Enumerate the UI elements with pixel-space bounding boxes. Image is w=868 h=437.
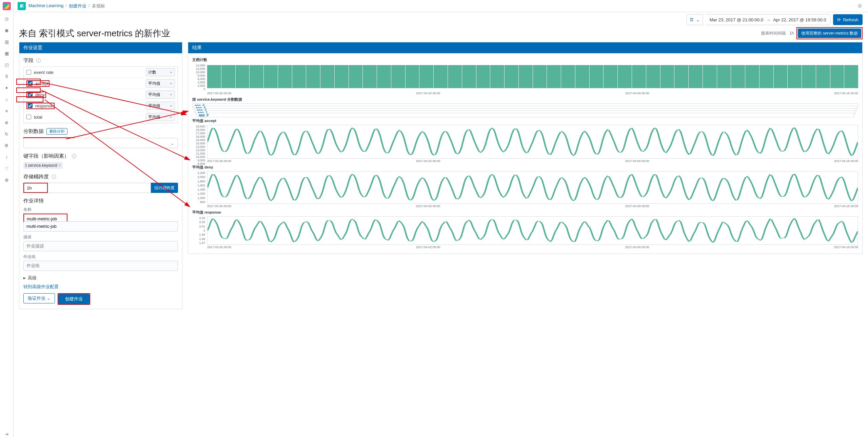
remove-chip-icon[interactable]: × (58, 163, 61, 168)
split-cards: app_4app_3app_2app_1app_0 (192, 103, 858, 117)
mini-chart (207, 125, 858, 159)
bucket-label: 存储桶跨度i (23, 174, 178, 180)
bucket-span-input[interactable] (24, 183, 47, 192)
field-name: response (35, 103, 53, 108)
calendar-icon: 🗓 (690, 17, 694, 22)
field-row[interactable]: accept平均值 (24, 78, 178, 89)
advanced-link[interactable]: 转到高级作业配置 (23, 284, 59, 290)
refresh-icon: ⟳ (837, 17, 841, 22)
arrow-icon: → (766, 17, 770, 22)
nav-ml-icon[interactable]: ✦ (4, 85, 10, 91)
panel-title-left: 作业设置 (19, 42, 182, 53)
field-row[interactable]: event rate计数 (24, 67, 178, 78)
nav-monitor-icon[interactable]: ♡ (4, 165, 10, 172)
field-name: deny (35, 92, 45, 97)
field-checkbox[interactable] (28, 81, 33, 86)
page-meta: 图表时间间隔: 1h 使用完整的 server-metrics 数据 (761, 27, 863, 39)
mini-chart-title: 平均值 response (192, 210, 858, 215)
date-range[interactable]: Mar 23, 2017 @ 21:00:00.0 → Apr 22, 2017… (706, 14, 831, 25)
agg-select[interactable]: 平均值 (146, 79, 175, 87)
breadcrumb-current: 多指标 (92, 3, 105, 9)
chevron-right-icon: ▸ (23, 275, 26, 280)
panel-title-right: 结果 (188, 42, 862, 53)
field-name: total (34, 115, 143, 120)
nav-maps-icon[interactable]: ⚲ (4, 73, 10, 79)
influencer-chip[interactable]: t service.keyword × (23, 162, 63, 169)
top-bar: 默 Machine Learning / 创建作业 / 多指标 ◎ (14, 0, 868, 12)
split-label: 分割数据 删除分割 (23, 128, 178, 135)
job-name-input-full[interactable] (23, 221, 178, 232)
app-badge: 默 (18, 2, 26, 10)
group-label: 作业组 (23, 254, 178, 260)
field-list[interactable]: event rate计数accept平均值deny平均值response平均值t… (23, 66, 178, 123)
nav-discover-icon[interactable]: ◉ (4, 27, 10, 33)
doc-count-chart: 14,00012,00010,0008,0006,0004,0002,0000 (192, 64, 858, 91)
advanced-accordion[interactable]: ▸高级 (23, 275, 178, 281)
job-settings-panel: 作业设置 字段i event rate计数accept平均值deny平均值res… (19, 42, 182, 309)
page-title: 来自 索引模式 server-metrics 的新作业 (19, 27, 170, 39)
info-icon[interactable]: i (52, 175, 56, 179)
use-full-data-button[interactable]: 使用完整的 server-metrics 数据 (798, 28, 861, 38)
agg-select[interactable]: 计数 (146, 68, 175, 76)
field-row[interactable]: total平均值 (24, 112, 178, 123)
split-by-label: 按 service.keyword 分割数据 (192, 97, 858, 102)
date-line: 🗓 ⌄ Mar 23, 2017 @ 21:00:00.0 → Apr 22, … (14, 12, 868, 27)
fields-label: 字段i (23, 57, 178, 64)
details-label: 作业详情 (23, 198, 178, 204)
remove-split-button[interactable]: 删除分割 (46, 128, 67, 135)
quick-select[interactable]: 🗓 ⌄ (687, 14, 703, 25)
bucket-span-input-rest[interactable] (48, 183, 151, 193)
help-icon[interactable]: ◎ (858, 3, 864, 9)
field-checkbox[interactable] (26, 115, 31, 119)
validate-button[interactable]: 验证作业⌄ (23, 293, 55, 303)
influencer-label: 键字段（影响因素）i (23, 153, 178, 159)
nav-mgmt-icon[interactable]: ⚙ (4, 177, 10, 183)
field-name: event rate (34, 70, 143, 75)
nav-logs-icon[interactable]: ≡ (4, 108, 10, 114)
field-name: accept (35, 81, 48, 86)
breadcrumb: Machine Learning / 创建作业 / 多指标 (28, 3, 105, 9)
field-row[interactable]: host.keyword不同计数 (24, 123, 178, 123)
agg-select[interactable]: 平均值 (146, 113, 175, 121)
date-to: Apr 22, 2017 @ 19:59:00.0 (773, 17, 826, 22)
nav-collapse-icon[interactable]: ⇥ (4, 431, 10, 437)
nav-siem-icon[interactable]: ⛨ (4, 142, 10, 148)
breadcrumb-create[interactable]: 创建作业 (69, 3, 86, 9)
create-job-button[interactable]: 创建作业 (58, 294, 90, 304)
field-row[interactable]: response平均值 (24, 100, 178, 112)
nav-uptime-icon[interactable]: ↻ (4, 131, 10, 137)
chevron-down-icon: ⌄ (47, 296, 51, 301)
mini-chart-title: 平均值 accept (192, 118, 858, 123)
split-card[interactable]: app_0 (196, 113, 854, 117)
nav-canvas-icon[interactable]: ◫ (4, 62, 10, 68)
name-label: 名称 (23, 207, 178, 213)
nav-recent-icon[interactable]: ◷ (4, 16, 10, 22)
kibana-logo-icon[interactable] (3, 2, 11, 10)
results-panel: 结果 文档计数 14,00012,00010,0008,0006,0004,00… (188, 42, 863, 254)
nav-dev-icon[interactable]: ≀ (4, 154, 10, 160)
split-field-select-full[interactable]: . (23, 138, 178, 148)
date-from: Mar 23, 2017 @ 21:00:00.0 (710, 17, 763, 22)
chevron-down-icon: ⌄ (696, 17, 700, 22)
mini-chart-title: 平均值 deny (192, 165, 858, 170)
nav-visualize-icon[interactable]: ▥ (4, 39, 10, 45)
refresh-button[interactable]: ⟳ Refresh (833, 14, 863, 25)
agg-select[interactable]: 平均值 (146, 102, 175, 110)
nav-dashboard-icon[interactable]: ▦ (4, 50, 10, 56)
field-checkbox[interactable] (26, 70, 31, 75)
mini-chart (207, 216, 858, 245)
agg-select[interactable]: 平均值 (146, 91, 175, 99)
desc-label: 描述 (23, 234, 178, 240)
nav-infra-icon[interactable]: ⌂ (4, 96, 10, 102)
breadcrumb-root[interactable]: Machine Learning (28, 3, 63, 9)
info-icon[interactable]: i (36, 58, 41, 63)
estimate-bucket-button[interactable]: 估计桶跨度 (151, 183, 178, 193)
job-group-input[interactable] (23, 261, 178, 271)
field-checkbox[interactable] (28, 103, 33, 108)
field-row[interactable]: deny平均值 (24, 89, 178, 100)
job-desc-input[interactable] (23, 241, 178, 251)
info-icon[interactable]: i (72, 154, 76, 158)
field-checkbox[interactable] (28, 92, 33, 97)
mini-chart (207, 171, 858, 204)
nav-apm-icon[interactable]: ⊕ (4, 119, 10, 125)
